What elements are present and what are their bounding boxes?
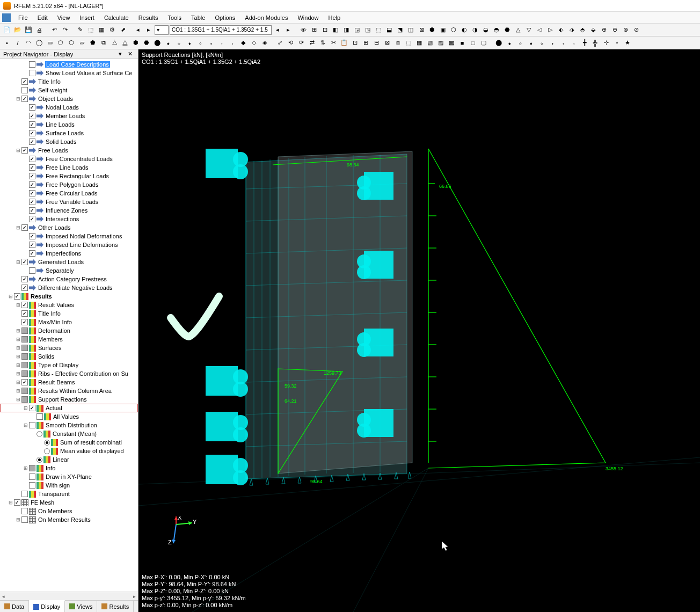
tree-row[interactable]: ⊞Info [0,464,138,472]
tree-row[interactable]: Max/Min Info [0,318,138,326]
tree-checkbox[interactable] [21,259,28,265]
navigator-close-icon[interactable]: ✕ [126,50,135,57]
tb-draw-icon[interactable]: ⧊ [110,38,119,48]
tb-load-combo[interactable]: CO1 : 1.35G1 + 1.5QiA1 + 1.35G2 + 1.5 [170,25,272,35]
tb-xform-icon[interactable]: ⊠ [382,38,392,48]
tree-row[interactable]: Sum of result combinati [0,438,138,447]
tb-view-icon[interactable]: ◑ [470,25,480,35]
tb-view-icon[interactable]: ◲ [352,25,362,35]
tree-row[interactable]: Constant (Mean) [0,429,138,438]
tab-views[interactable]: Views [65,601,97,612]
tree-row[interactable]: Transparent [0,490,138,498]
tree-checkbox[interactable] [29,130,35,136]
tb-draw-icon[interactable]: ⧉ [99,38,108,48]
tb-misc-icon[interactable]: ╬ [590,38,600,48]
tree-expander-icon[interactable]: ⊞ [15,354,21,359]
tree-expander-icon[interactable]: ⊞ [15,362,21,368]
tb-redo-icon[interactable]: ↷ [60,25,70,35]
tree-checkbox[interactable] [29,207,35,214]
tree-checkbox[interactable] [21,224,28,231]
menu-edit[interactable]: Edit [33,13,52,22]
tb-new-icon[interactable]: 📄 [2,25,12,35]
tree-checkbox[interactable] [21,353,28,360]
tree-checkbox[interactable] [29,233,35,239]
tree-row[interactable]: Influence Zones [0,206,138,215]
tb-tool-icon[interactable]: ⬈ [118,25,128,35]
tb-view-icon[interactable]: ◐ [460,25,469,35]
tb-view-icon[interactable]: △ [513,25,523,35]
tree-checkbox[interactable] [21,319,28,325]
tree-checkbox[interactable] [21,310,28,317]
tree-row[interactable]: Action Category Prestress [0,275,138,283]
menu-tools[interactable]: Tools [163,13,186,22]
tree-row[interactable]: On Members [0,507,138,515]
tb-xform-icon[interactable]: ■ [457,38,467,48]
menu-calculate[interactable]: Calculate [100,13,133,22]
tb-view-icon[interactable]: ▣ [438,25,448,35]
tb-view-icon[interactable]: ⬗ [567,25,577,35]
tb-view-icon[interactable]: ⬔ [395,25,405,35]
tree-row[interactable]: Load Case Descriptions [0,60,138,69]
tree-checkbox[interactable] [29,113,35,119]
tree-expander-icon[interactable]: ⊟ [8,500,14,505]
tree-checkbox[interactable] [21,327,28,334]
tree-row[interactable]: Differentiate Negative Loads [0,283,138,292]
tb-misc-icon[interactable]: ⬫ [569,38,579,48]
tb-xform-icon[interactable]: ⊞ [361,38,370,48]
tb-misc-icon[interactable]: ⬤ [494,38,504,48]
tree-radio[interactable] [44,448,50,454]
hscroll-right-icon[interactable]: ▸ [131,594,138,599]
tb-view-icon[interactable]: 👁 [298,25,308,35]
tree-radio[interactable] [37,431,42,437]
menu-corner-icon[interactable] [2,13,11,22]
menu-results[interactable]: Results [134,13,163,22]
tree-checkbox[interactable] [29,267,35,274]
tb-draw-icon[interactable]: ⬩ [206,38,216,48]
tb-misc-icon[interactable]: ╋ [580,38,589,48]
tb-misc-icon[interactable]: ★ [623,38,632,48]
tb-draw-icon[interactable]: ▱ [77,38,87,48]
tb-draw-icon[interactable]: ⬥ [163,38,173,48]
viewport-3d[interactable]: Support Reactions [kN], [kN/m] CO1 : 1.3… [138,49,700,612]
tree-checkbox[interactable] [21,491,28,497]
tb-prev-icon[interactable]: ◂ [273,25,282,35]
navigator-pin-icon[interactable]: ▾ [116,50,124,57]
tree-checkbox[interactable] [21,345,28,351]
tree-checkbox[interactable] [21,336,28,343]
tb-xform-icon[interactable]: ⟳ [296,38,306,48]
tb-view-icon[interactable]: ⊡ [320,25,330,35]
tree-checkbox[interactable] [29,164,35,171]
tree-checkbox[interactable] [29,242,35,248]
tb-view-icon[interactable]: ⬘ [578,25,587,35]
tree-row[interactable]: Imperfections [0,249,138,258]
tree-checkbox[interactable] [21,516,28,523]
tb-view-icon[interactable]: ⬓ [384,25,394,35]
tb-draw-icon[interactable]: ◯ [34,38,44,48]
tree-row[interactable]: ⊞Members [0,335,138,344]
tree-row[interactable]: ⊞Solids [0,352,138,361]
tb-view-icon[interactable]: ◳ [363,25,373,35]
tb-xform-icon[interactable]: ▨ [436,38,446,48]
tree-checkbox[interactable] [21,388,28,394]
tree-radio[interactable] [37,457,42,463]
tree-checkbox[interactable] [29,482,35,489]
menu-file[interactable]: File [14,13,32,22]
tree-expander-icon[interactable]: ⊟ [15,148,21,153]
tb-draw-icon[interactable]: ◇ [249,38,259,48]
tree-row[interactable]: Intersections [0,215,138,223]
tree-row[interactable]: ⊞Ribs - Effective Contribution on Su [0,369,138,378]
tb-back-icon[interactable]: ◂ [133,25,143,35]
tree-checkbox[interactable] [21,370,28,377]
menu-help[interactable]: Help [324,13,345,22]
tree-checkbox[interactable] [29,216,35,222]
tree-row[interactable]: Imposed Nodal Deformations [0,232,138,241]
tb-misc-icon[interactable]: ⬨ [537,38,546,48]
tb-tool-icon[interactable]: ✎ [75,25,85,35]
tree-row[interactable]: Separately [0,266,138,275]
tree-row[interactable]: With sign [0,481,138,490]
hscroll-left-icon[interactable]: ◂ [0,594,7,599]
tree-expander-icon[interactable]: ⊞ [15,345,21,351]
tree-row[interactable]: Show Load Values at Surface Ce [0,69,138,77]
tree-row[interactable]: Draw in XY-Plane [0,472,138,481]
tb-view-icon[interactable]: ◨ [341,25,351,35]
